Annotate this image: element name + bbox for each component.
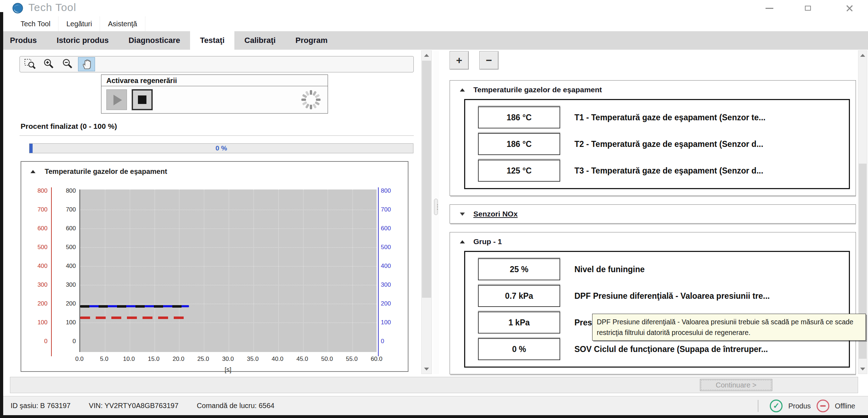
tab-calibra-i[interactable]: Calibraţi xyxy=(234,31,285,50)
window-title: Tech Tool xyxy=(28,1,76,13)
wizard-footer: Continuare > xyxy=(10,377,858,393)
tech-tool-window: Tech Tool Tech ToolLegăturiAsistenţă Vol… xyxy=(0,0,868,415)
gridline-horizontal xyxy=(80,210,377,210)
chevron-up-icon xyxy=(460,88,465,92)
zoom-selection-button[interactable] xyxy=(22,57,39,71)
tab-testa-i[interactable]: Testaţi xyxy=(190,31,234,50)
menu-items: Tech ToolLegăturiAsistenţă xyxy=(13,16,145,31)
pan-tool-button[interactable] xyxy=(78,57,95,71)
section-title: Grup - 1 xyxy=(473,237,502,246)
x-tick-label: 35.0 xyxy=(242,356,263,363)
y-tick-label: 500 xyxy=(27,244,48,251)
sensor-row: 0.7 kPaDPF Presiune diferenţială - Valoa… xyxy=(478,285,845,307)
row-label: Presi xyxy=(574,318,594,328)
gridline-vertical xyxy=(352,189,353,352)
restore-button[interactable] xyxy=(799,3,816,13)
menu-item-tech-tool[interactable]: Tech Tool xyxy=(13,16,59,31)
gridline-vertical xyxy=(278,189,279,352)
chart-section-header[interactable]: Temperaturile gazelor de eşapament xyxy=(30,167,167,176)
x-tick-label: 5.0 xyxy=(94,356,115,363)
tab-produs[interactable]: Produs xyxy=(0,31,47,50)
scroll-up-button[interactable] xyxy=(422,51,432,60)
continue-button[interactable]: Continuare > xyxy=(700,379,772,391)
right-axis xyxy=(378,187,379,356)
y-tick-label: 100 xyxy=(27,319,48,326)
tab-bar: ProdusIstoric produsDiagnosticareTestaţi… xyxy=(0,31,868,50)
gridline-vertical xyxy=(229,189,229,352)
gridline-vertical xyxy=(105,189,105,352)
hand-pan-icon xyxy=(81,59,92,70)
zoom-in-button[interactable] xyxy=(40,57,57,71)
tab-program[interactable]: Program xyxy=(285,31,337,50)
gridline-horizontal xyxy=(80,285,377,285)
y-tick-label: 200 xyxy=(55,300,76,307)
arrow-up-icon xyxy=(424,54,429,57)
gridline-horizontal xyxy=(80,323,377,323)
collapse-all-button[interactable]: − xyxy=(479,51,499,70)
offline-icon xyxy=(817,400,829,412)
section-header-temperaturile-gazelor-de-e-apament[interactable]: Temperaturile gazelor de eşapament xyxy=(450,81,856,97)
y-tick-label: 400 xyxy=(381,263,403,270)
section-header-grup-1[interactable]: Grup - 1 xyxy=(450,232,856,249)
gridline-horizontal xyxy=(80,266,377,266)
product-status-label: Produs xyxy=(788,402,811,410)
y-tick-label: 200 xyxy=(27,300,48,307)
vin: VIN: YV2RTY0A8GB763197 xyxy=(89,402,179,409)
scroll-down-button[interactable] xyxy=(858,364,867,374)
scrollbar-thumb[interactable] xyxy=(422,61,431,298)
product-connected-icon: ✓ xyxy=(770,400,783,412)
section-senzori-nox: Senzori NOx xyxy=(450,204,856,224)
gridline-vertical xyxy=(303,189,304,352)
section-temperaturile-gazelor-de-e-apament: Temperaturile gazelor de eşapament186 °C… xyxy=(450,80,856,196)
x-tick-label: 45.0 xyxy=(292,356,313,363)
value-box: 0.7 kPa xyxy=(478,285,560,307)
y-tick-label: 0 xyxy=(55,338,76,345)
gridline-vertical xyxy=(254,189,254,352)
expand-all-button[interactable]: + xyxy=(450,51,469,70)
sensor-row: 125 °CT3 - Temperatură gaze de eşapament… xyxy=(478,160,845,182)
gridline-vertical xyxy=(204,189,204,352)
scroll-up-button[interactable] xyxy=(858,51,867,60)
row-label: SOV Ciclul de funcţionare (Supapa de înt… xyxy=(574,345,768,354)
series-t1 xyxy=(80,305,189,308)
stop-regeneration-button[interactable] xyxy=(132,89,152,110)
busy-spinner-icon xyxy=(300,89,322,111)
start-regeneration-button[interactable] xyxy=(106,89,127,110)
status-info: ID şasiu: B 763197 VIN: YV2RTY0A8GB76319… xyxy=(11,396,291,415)
y-tick-label: 0 xyxy=(381,338,403,345)
x-axis-unit: [s] xyxy=(79,366,377,374)
tab-diagnosticare[interactable]: Diagnosticare xyxy=(118,31,190,50)
y-tick-label: 300 xyxy=(55,281,76,288)
value-box: 25 % xyxy=(478,258,560,280)
scroll-down-button[interactable] xyxy=(422,364,432,374)
y-tick-label: 500 xyxy=(55,244,76,251)
y-tick-label: 600 xyxy=(27,225,48,232)
x-tick-label: 25.0 xyxy=(193,356,214,363)
menu-item-leg-turi[interactable]: Legături xyxy=(59,16,100,31)
tab-istoric-produs[interactable]: Istoric produs xyxy=(47,31,119,50)
desktop-edge xyxy=(0,12,3,418)
gridline-vertical xyxy=(130,189,130,352)
gridline-horizontal xyxy=(80,247,377,248)
close-button[interactable] xyxy=(841,3,858,13)
section-header-senzori-nox[interactable]: Senzori NOx xyxy=(450,205,856,221)
panel-splitter[interactable]: ⋮ xyxy=(433,50,439,374)
zoom-out-button[interactable] xyxy=(59,57,76,71)
value-box: 0 % xyxy=(478,338,560,360)
gridline-vertical xyxy=(179,189,179,352)
minimize-button[interactable] xyxy=(761,3,778,13)
y-tick-label: 600 xyxy=(381,225,403,232)
left-outer-axis xyxy=(51,187,52,356)
chart-toolbar xyxy=(20,56,414,72)
y-tick-label: 300 xyxy=(27,281,48,288)
left-panel-scrollbar[interactable] xyxy=(421,50,432,374)
regeneration-controls xyxy=(101,86,328,113)
value-box: 125 °C xyxy=(478,160,560,182)
section-title: Senzori NOx xyxy=(473,210,518,218)
sensor-row: 186 °CT1 - Temperatură gaze de eşapament… xyxy=(478,106,845,128)
plot-area[interactable] xyxy=(79,189,377,352)
menu-item-asisten[interactable]: Asistenţă xyxy=(100,16,145,31)
close-icon xyxy=(846,4,853,12)
splitter-grip[interactable]: ⋮ xyxy=(434,199,438,215)
x-tick-label: 55.0 xyxy=(341,356,362,363)
